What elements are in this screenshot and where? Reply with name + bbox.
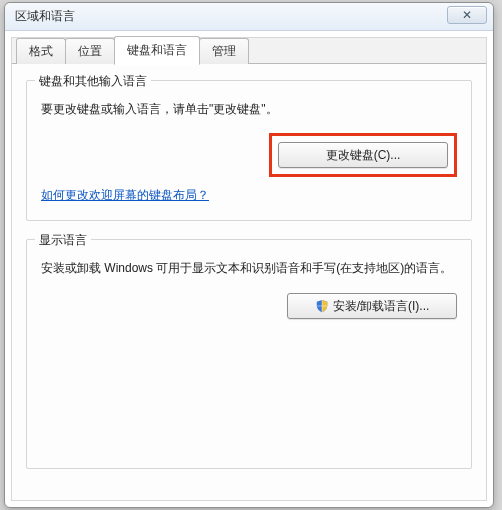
group-display-language: 显示语言 安装或卸载 Windows 可用于显示文本和识别语音和手写(在支持地区… (26, 239, 472, 469)
group-keyboard-desc: 要更改键盘或输入语言，请单击"更改键盘"。 (41, 99, 457, 119)
titlebar: 区域和语言 ✕ (5, 3, 493, 31)
install-button-label: 安装/卸载语言(I)... (333, 299, 430, 313)
shield-icon (315, 297, 329, 311)
highlight-frame: 更改键盘(C)... (269, 133, 457, 177)
close-button[interactable]: ✕ (447, 6, 487, 24)
install-lang-row: 安装/卸载语言(I)... (41, 293, 457, 319)
close-icon: ✕ (462, 8, 472, 22)
region-language-dialog: 区域和语言 ✕ 格式 位置 键盘和语言 管理 键盘和其他输入语言 要更改键盘或输… (4, 2, 494, 508)
group-display-desc: 安装或卸载 Windows 可用于显示文本和识别语音和手写(在支持地区)的语言。 (41, 258, 457, 278)
tab-administrative[interactable]: 管理 (199, 38, 249, 64)
tab-location[interactable]: 位置 (65, 38, 115, 64)
tab-body: 键盘和其他输入语言 要更改键盘或输入语言，请单击"更改键盘"。 更改键盘(C).… (12, 64, 486, 503)
group-keyboard-title: 键盘和其他输入语言 (35, 73, 151, 90)
tab-keyboard-language[interactable]: 键盘和语言 (114, 36, 200, 65)
tab-format[interactable]: 格式 (16, 38, 66, 64)
install-uninstall-language-button[interactable]: 安装/卸载语言(I)... (287, 293, 457, 319)
tab-strip: 格式 位置 键盘和语言 管理 (12, 38, 486, 64)
client-area: 格式 位置 键盘和语言 管理 键盘和其他输入语言 要更改键盘或输入语言，请单击"… (11, 37, 487, 501)
welcome-screen-layout-link[interactable]: 如何更改欢迎屏幕的键盘布局？ (41, 188, 209, 202)
window-title: 区域和语言 (15, 8, 75, 25)
tab-label: 位置 (78, 44, 102, 58)
tab-label: 格式 (29, 44, 53, 58)
tab-label: 键盘和语言 (127, 43, 187, 57)
tab-label: 管理 (212, 44, 236, 58)
change-keyboard-row: 更改键盘(C)... (41, 133, 457, 177)
group-display-title: 显示语言 (35, 232, 91, 249)
group-keyboard: 键盘和其他输入语言 要更改键盘或输入语言，请单击"更改键盘"。 更改键盘(C).… (26, 80, 472, 221)
change-keyboard-button[interactable]: 更改键盘(C)... (278, 142, 448, 168)
